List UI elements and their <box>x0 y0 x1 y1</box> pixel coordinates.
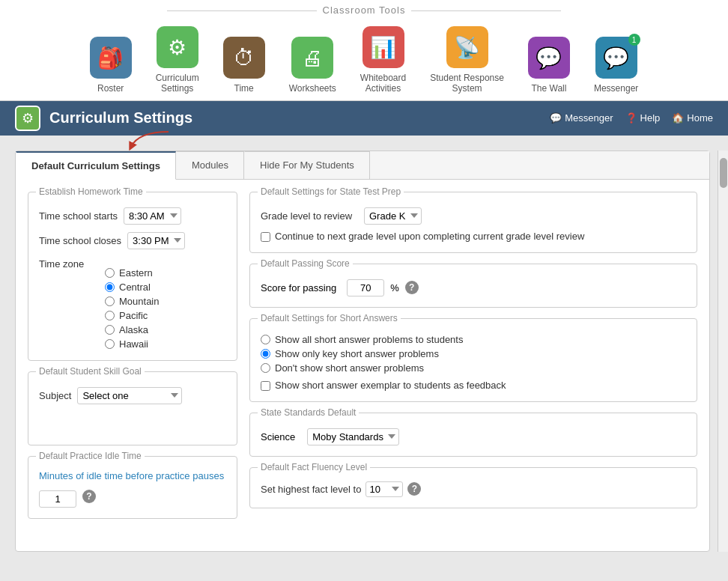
idle-input-row: ? <box>39 486 226 508</box>
toolbar-roster[interactable]: 🎒 Roster <box>78 31 144 100</box>
score-help-icon[interactable]: ? <box>405 281 419 294</box>
timezone-pacific-label: Pacific <box>119 310 148 321</box>
tab-default-curriculum[interactable]: Default Curriculum Settings <box>16 151 176 180</box>
short-answer-exemplar-checkbox[interactable] <box>261 381 270 391</box>
timezone-eastern-radio[interactable] <box>105 268 115 278</box>
grade-select-wrap: Grade K Grade 1 Grade 2 <box>364 207 422 225</box>
timezone-eastern: Eastern <box>105 267 159 279</box>
idle-help-icon[interactable]: ? <box>82 490 96 503</box>
grade-level-label: Grade level to review <box>261 210 358 222</box>
continue-grade-checkbox[interactable] <box>261 232 270 242</box>
tab-hide[interactable]: Hide For My Students <box>244 151 370 179</box>
timezone-pacific: Pacific <box>105 310 159 321</box>
curriculum-settings-label: CurriculumSettings <box>156 73 199 94</box>
whiteboard-icon: 📊 <box>363 26 404 68</box>
nav-messenger-icon: 💬 <box>550 112 562 124</box>
short-answer-key-radio[interactable] <box>261 349 270 359</box>
whiteboard-label: WhiteboardActivities <box>360 73 406 94</box>
nav-help-button[interactable]: ❓ Help <box>625 112 661 124</box>
homework-time-title: Establish Homework Time <box>36 186 146 197</box>
state-test-prep-section: Default Settings for State Test Prep Gra… <box>249 192 697 253</box>
toolbar-curriculum-settings[interactable]: ⚙ CurriculumSettings <box>144 20 211 100</box>
timezone-mountain-label: Mountain <box>119 296 159 307</box>
top-bar: Classroom Tools 🎒 Roster ⚙ CurriculumSet… <box>0 0 728 101</box>
nav-help-icon: ❓ <box>625 112 637 124</box>
tab-modules[interactable]: Modules <box>176 151 244 179</box>
worksheets-icon: 🖨 <box>291 37 333 79</box>
timezone-alaska: Alaska <box>105 324 159 335</box>
timezone-hawaii-radio[interactable] <box>105 339 115 349</box>
toolbar-student-response[interactable]: 📡 Student ResponseSystem <box>418 20 516 100</box>
score-label: Score for passing <box>261 282 336 293</box>
fact-fluency-row: Set highest fact level to 5 10 15 20 ? <box>261 481 686 497</box>
score-row: Score for passing % ? <box>261 279 686 296</box>
score-unit: % <box>390 282 399 293</box>
school-close-row: Time school closes 3:30 PM 4:00 PM <box>39 232 226 249</box>
timezone-eastern-label: Eastern <box>119 267 153 279</box>
nav-header-actions: 💬 Messenger ❓ Help 🏠 Home <box>550 112 713 124</box>
school-close-select-wrap: 3:30 PM 4:00 PM <box>127 232 185 249</box>
subject-row: Subject Select one <box>39 387 226 404</box>
continue-grade-label: Continue to next grade level upon comple… <box>275 231 584 242</box>
timezone-pacific-radio[interactable] <box>105 311 115 320</box>
timezone-section: Time zone Eastern Central <box>39 257 226 350</box>
subject-select-wrap: Select one <box>77 387 182 404</box>
curriculum-settings-icon: ⚙ <box>157 26 198 68</box>
timezone-alaska-radio[interactable] <box>105 325 115 335</box>
roster-icon: 🎒 <box>90 37 132 79</box>
arrow-svg <box>116 128 176 150</box>
short-answer-exemplar-row: Show short answer exemplar to students a… <box>261 380 686 391</box>
content-area: Default Curriculum Settings Modules Hide… <box>15 150 710 552</box>
nav-header-title: Curriculum Settings <box>49 109 550 127</box>
student-skill-goal-section: Default Student Skill Goal Subject Selec… <box>28 371 237 445</box>
short-answer-none: Don't show short answer problems <box>261 362 686 374</box>
science-select-wrap: Moby Standards State Standards <box>307 428 399 445</box>
toolbar: 🎒 Roster ⚙ CurriculumSettings ⏱ Time 🖨 W… <box>0 20 728 100</box>
the-wall-label: The Wall <box>532 83 567 94</box>
subject-select[interactable]: Select one <box>77 387 182 404</box>
toolbar-the-wall[interactable]: 💬 The Wall <box>516 31 582 100</box>
tab-hide-label: Hide For My Students <box>260 159 354 171</box>
timezone-central-radio[interactable] <box>105 282 115 292</box>
short-answer-all-radio[interactable] <box>261 335 270 344</box>
time-icon: ⏱ <box>223 37 265 79</box>
settings-body: Establish Homework Time Time school star… <box>16 180 709 531</box>
timezone-radio-group: Eastern Central Mountain <box>105 264 159 350</box>
state-standards-section: State Standards Default Science Moby Sta… <box>249 413 697 457</box>
passing-score-title: Default Passing Score <box>258 258 353 269</box>
settings-left: Establish Homework Time Time school star… <box>28 192 237 519</box>
nav-header: ⚙ Curriculum Settings 💬 Messenger ❓ Help… <box>0 101 728 136</box>
toolbar-whiteboard[interactable]: 📊 WhiteboardActivities <box>348 20 418 100</box>
grade-level-row: Grade level to review Grade K Grade 1 Gr… <box>261 207 686 225</box>
school-close-label: Time school closes <box>39 235 121 246</box>
student-skill-goal-title: Default Student Skill Goal <box>36 366 145 377</box>
short-answer-all-label: Show all short answer problems to studen… <box>275 334 463 345</box>
idle-input[interactable] <box>39 490 76 508</box>
tab-bar: Default Curriculum Settings Modules Hide… <box>16 151 709 180</box>
state-test-prep-title: Default Settings for State Test Prep <box>258 186 404 197</box>
science-row: Science Moby Standards State Standards <box>261 428 686 445</box>
subject-label: Subject <box>39 390 71 401</box>
scrollbar-thumb <box>720 158 727 188</box>
fact-fluency-help-icon[interactable]: ? <box>407 482 421 496</box>
toolbar-messenger[interactable]: 💬 1 Messenger <box>582 31 650 100</box>
scrollbar[interactable] <box>718 150 728 552</box>
student-response-label: Student ResponseSystem <box>430 73 504 94</box>
nav-messenger-button[interactable]: 💬 Messenger <box>550 112 613 124</box>
toolbar-worksheets[interactable]: 🖨 Worksheets <box>277 31 348 100</box>
nav-home-button[interactable]: 🏠 Home <box>672 112 713 124</box>
timezone-hawaii: Hawaii <box>105 338 159 350</box>
score-input[interactable] <box>347 279 384 296</box>
grade-select[interactable]: Grade K Grade 1 Grade 2 <box>364 207 422 225</box>
school-close-select[interactable]: 3:30 PM 4:00 PM <box>127 232 185 249</box>
short-answer-none-radio[interactable] <box>261 363 270 373</box>
toolbar-time[interactable]: ⏱ Time <box>211 31 277 100</box>
science-select[interactable]: Moby Standards State Standards <box>307 428 399 445</box>
timezone-mountain-radio[interactable] <box>105 296 115 306</box>
school-start-select[interactable]: 8:30 AM 9:00 AM <box>124 207 181 225</box>
continue-grade-row: Continue to next grade level upon comple… <box>261 231 686 242</box>
fact-fluency-select[interactable]: 5 10 15 20 <box>365 481 403 497</box>
fact-fluency-title: Default Fact Fluency Level <box>258 462 370 472</box>
idle-label: Minutes of idle time before practice pau… <box>39 470 226 481</box>
classroom-tools-title: Classroom Tools <box>0 4 728 16</box>
